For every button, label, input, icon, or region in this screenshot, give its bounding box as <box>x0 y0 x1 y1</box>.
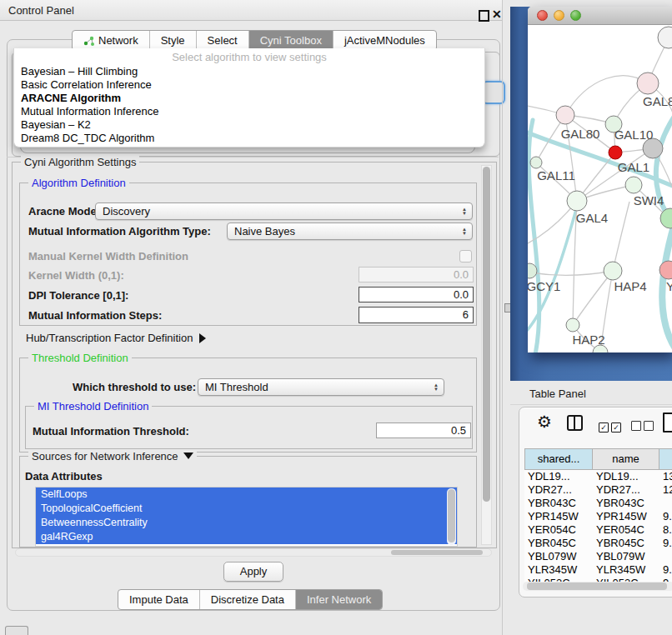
bottom-tabs: Impute Data Discretize Data Infer Networ… <box>118 589 383 610</box>
zoom-traffic-light-icon[interactable] <box>570 10 581 21</box>
control-panel-titlebar: Control Panel ✕ <box>0 0 502 21</box>
kernel-width-label: Kernel Width (0,1): <box>28 269 124 282</box>
dropdown-item-aracne[interactable]: ARACNE Algorithm <box>14 92 484 105</box>
cyni-algorithm-settings-group: Cyni Algorithm Settings Algorithm Defini… <box>12 162 497 548</box>
data-attributes-label: Data Attributes <box>25 470 103 482</box>
columns-icon[interactable] <box>567 415 583 431</box>
node-gal80[interactable] <box>556 106 574 124</box>
settings-horizontal-scrollbar[interactable] <box>15 548 492 557</box>
close-icon[interactable]: ✕ <box>492 8 502 21</box>
mi-threshold-field[interactable]: 0.5 <box>376 422 471 438</box>
aracne-mode-combo[interactable]: Discovery ▲▼ <box>95 202 473 220</box>
svg-text:GAL8: GAL8 <box>643 94 672 108</box>
node-table: shared... name A YDL19...YDL19...13 YDR2… <box>524 448 672 585</box>
tab-discretize-data[interactable]: Discretize Data <box>199 590 295 609</box>
table-row[interactable]: YER054CYER054C8. <box>524 523 672 537</box>
combo-arrows-icon: ▲▼ <box>462 203 467 219</box>
aracne-mode-label: Aracne Mode: <box>28 205 100 218</box>
collapse-arrow-icon <box>183 452 193 459</box>
table-row[interactable]: YBR045CYBR045C9. <box>524 537 672 550</box>
table-row[interactable]: YBR043CYBR043C <box>524 497 672 510</box>
document-icon[interactable] <box>663 412 672 432</box>
data-attributes-list[interactable]: SelfLoops TopologicalCoefficient Between… <box>35 487 458 547</box>
desktop-background: GAL8 GAL80 GAL10 GAL1 GAL11 SWI4 GAL4 GC… <box>510 7 672 381</box>
list-item-gal4rgexp[interactable]: gal4RGexp <box>36 530 457 544</box>
tab-impute-data[interactable]: Impute Data <box>118 590 199 609</box>
select-all-checkboxes-icon[interactable]: ✓✓ <box>599 418 624 433</box>
node-gal4[interactable] <box>567 191 587 211</box>
tab-select[interactable]: Select <box>196 31 248 50</box>
table-row[interactable]: YBL079WYBL079W <box>524 550 672 563</box>
network-view-window[interactable]: GAL8 GAL80 GAL10 GAL1 GAL11 SWI4 GAL4 GC… <box>528 7 672 352</box>
dropdown-item-dream8[interactable]: Dream8 DC_TDC Algorithm <box>14 132 484 145</box>
tab-network[interactable]: Network <box>73 31 149 50</box>
node-gal8[interactable] <box>637 72 659 94</box>
list-item-topologicalcoefficient[interactable]: TopologicalCoefficient <box>36 502 457 516</box>
dropdown-item-bayesian-k2[interactable]: Bayesian – K2 <box>14 118 484 132</box>
algorithm-definition-title: Algorithm Definition <box>28 177 129 189</box>
table-row[interactable]: YPR145WYPR145W9. <box>524 510 672 523</box>
settings-vertical-scrollbar[interactable] <box>481 165 492 545</box>
list-item-betweennesscentrality[interactable]: BetweennessCentrality <box>36 516 457 530</box>
tab-style[interactable]: Style <box>149 31 196 50</box>
svg-text:HAP4: HAP4 <box>614 279 646 293</box>
gear-icon[interactable]: ⚙ <box>537 412 552 432</box>
manual-kernel-width-label: Manual Kernel Width Definition <box>28 250 188 262</box>
apply-button[interactable]: Apply <box>223 562 283 582</box>
node-selected-red[interactable] <box>609 146 622 159</box>
tab-jactivemnodules[interactable]: jActiveMNodules <box>333 31 436 50</box>
node-unlabeled-top[interactable] <box>658 27 672 48</box>
network-canvas[interactable]: GAL8 GAL80 GAL10 GAL1 GAL11 SWI4 GAL4 GC… <box>528 25 672 352</box>
node-gal1[interactable] <box>625 177 642 193</box>
table-row[interactable]: YDL19...YDL19...13 <box>524 470 672 483</box>
sources-group-title: Sources for Network Inference <box>28 450 197 462</box>
table-body: YDL19...YDL19...13 YDR27...YDR27...12 YB… <box>524 470 672 585</box>
minimize-traffic-light-icon[interactable] <box>554 10 564 21</box>
tab-network-label: Network <box>98 34 138 47</box>
table-row[interactable]: YDR27...YDR27...12 <box>524 483 672 497</box>
network-nodes <box>528 27 672 352</box>
dpi-tolerance-label: DPI Tolerance [0,1]: <box>28 289 128 302</box>
right-region: GAL8 GAL80 GAL10 GAL1 GAL11 SWI4 GAL4 GC… <box>510 0 672 635</box>
threshold-definition-group: Threshold Definition Which threshold to … <box>19 358 477 452</box>
dropdown-item-mutual-information[interactable]: Mutual Information Inference <box>14 105 484 118</box>
dropdown-prompt: Select algorithm to view settings <box>14 50 484 65</box>
dropdown-item-basic-correlation[interactable]: Basic Correlation Inference <box>14 78 484 92</box>
mi-steps-field[interactable]: 6 <box>359 307 474 323</box>
manual-kernel-width-checkbox[interactable] <box>459 250 472 262</box>
float-window-icon[interactable] <box>479 10 489 22</box>
svg-text:GCY1: GCY1 <box>528 279 560 293</box>
kernel-width-field[interactable]: 0.0 <box>359 267 474 282</box>
mi-algorithm-type-combo[interactable]: Naive Bayes ▲▼ <box>227 222 473 240</box>
dropdown-item-bayesian-hill-climbing[interactable]: Bayesian – Hill Climbing <box>14 65 484 78</box>
tab-cyni-toolbox[interactable]: Cyni Toolbox <box>248 31 333 50</box>
node-hap4[interactable] <box>604 262 622 280</box>
list-item-selfloops[interactable]: SelfLoops <box>36 488 457 502</box>
mi-threshold-group-title: MI Threshold Definition <box>34 400 152 412</box>
network-window-titlebar[interactable] <box>528 7 672 25</box>
node-hap2[interactable] <box>566 318 579 332</box>
close-traffic-light-icon[interactable] <box>537 10 548 21</box>
settings-group-title: Cyni Algorithm Settings <box>21 156 139 168</box>
mi-steps-label: Mutual Information Steps: <box>28 309 162 322</box>
minimized-panel-stub[interactable] <box>5 626 28 635</box>
deselect-all-checkboxes-icon[interactable] <box>631 419 656 434</box>
tab-infer-network[interactable]: Infer Network <box>295 590 382 609</box>
table-row[interactable]: YLR345WYLR345W9. <box>524 563 672 577</box>
threshold-definition-title: Threshold Definition <box>28 352 132 364</box>
column-header-name[interactable]: name <box>593 448 659 470</box>
control-panel-title: Control Panel <box>8 4 74 17</box>
column-header-shared[interactable]: shared... <box>524 448 593 470</box>
table-panel-title: Table Panel <box>529 388 586 400</box>
svg-text:GAL4: GAL4 <box>576 211 608 225</box>
attributes-scrollbar[interactable] <box>447 488 456 545</box>
which-threshold-combo[interactable]: MI Threshold ▲▼ <box>198 378 444 396</box>
panel-divider <box>502 0 503 635</box>
node-gal11[interactable] <box>530 157 542 168</box>
expander-arrow-icon <box>199 333 206 343</box>
column-header-clipped[interactable]: A <box>659 448 672 470</box>
hub-definition-expander[interactable]: Hub/Transcription Factor Definition <box>26 332 206 344</box>
dpi-tolerance-field[interactable]: 0.0 <box>359 287 474 302</box>
table-horizontal-scrollbar[interactable] <box>523 582 672 591</box>
algorithm-dropdown-list: Select algorithm to view settings Bayesi… <box>13 48 485 148</box>
